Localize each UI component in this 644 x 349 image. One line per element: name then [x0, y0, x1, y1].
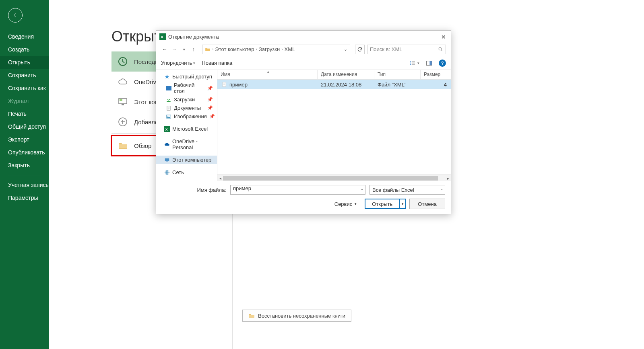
svg-rect-15: [429, 61, 431, 65]
tree-item-label: Рабочий стол: [174, 82, 205, 94]
folder-icon: [205, 47, 211, 52]
tree-item[interactable]: Быстрый доступ: [156, 72, 217, 81]
tree-item[interactable]: Рабочий стол📌: [156, 81, 217, 95]
cancel-button[interactable]: Отмена: [409, 199, 445, 209]
sidebar-item[interactable]: Опубликовать: [0, 146, 49, 159]
tree-item-label: Быстрый доступ: [172, 74, 212, 80]
tree-item-label: Сеть: [172, 169, 184, 175]
add-icon: [117, 116, 128, 127]
breadcrumb-item[interactable]: Этот компьютер: [215, 46, 254, 52]
nav-forward-button[interactable]: →: [171, 46, 178, 52]
sort-indicator-icon: ▴: [267, 70, 269, 74]
svg-rect-12: [412, 62, 415, 63]
refresh-button[interactable]: [355, 45, 365, 54]
sidebar-item[interactable]: Общий доступ: [0, 120, 49, 133]
scroll-thumb[interactable]: [223, 176, 438, 181]
breadcrumb-dropdown[interactable]: ⌄: [344, 47, 347, 52]
view-mode-button[interactable]: ▾: [409, 60, 419, 66]
col-name[interactable]: Имя▴: [217, 70, 318, 79]
file-row[interactable]: пример21.02.2024 18:08Файл "XML"4: [217, 80, 451, 89]
dialog-footer: Имя файла: пример ⌄ Все файлы Excel ⌄ Се…: [156, 181, 451, 213]
help-button[interactable]: ?: [439, 60, 446, 67]
tree-item[interactable]: Документы📌: [156, 104, 217, 112]
column-headers: Имя▴ Дата изменения Тип Размер: [217, 70, 451, 80]
sidebar-item[interactable]: Журнал: [0, 94, 49, 107]
breadcrumb-bar[interactable]: › Этот компьютер › Загрузки › XML ⌄: [202, 45, 350, 54]
sidebar-item[interactable]: Сохранить как: [0, 82, 49, 94]
tree-item[interactable]: Загрузки📌: [156, 95, 217, 104]
back-button[interactable]: [8, 8, 23, 23]
scroll-left-button[interactable]: ◂: [217, 175, 223, 181]
svg-rect-3: [120, 99, 122, 101]
svg-rect-10: [410, 64, 411, 65]
filename-label: Имя файла:: [162, 187, 226, 193]
open-dropdown[interactable]: ▾: [399, 199, 405, 208]
tree-item[interactable]: Этот компьютер: [156, 156, 217, 164]
sidebar-item[interactable]: Экспорт: [0, 133, 49, 146]
pin-icon: 📌: [207, 86, 213, 91]
chevron-right-icon: ›: [212, 47, 213, 51]
backstage-sidebar: СведенияСоздатьОткрытьСохранитьСохранить…: [0, 0, 49, 349]
organize-button[interactable]: Упорядочить▾: [161, 60, 195, 66]
tree-item[interactable]: Сеть: [156, 168, 217, 177]
chevron-down-icon: ⌄: [440, 187, 443, 191]
tree-item-label: Документы: [174, 105, 201, 111]
svg-text:X: X: [165, 127, 168, 131]
nav-recent-dropdown[interactable]: ▾: [180, 47, 188, 51]
sidebar-item[interactable]: Печать: [0, 107, 49, 120]
sidebar-item[interactable]: Открыть: [0, 56, 49, 69]
filename-dropdown[interactable]: ⌄: [360, 187, 363, 191]
location-label: Обзор: [134, 142, 151, 149]
breadcrumb-item[interactable]: XML: [285, 46, 295, 52]
svg-rect-25: [223, 82, 226, 87]
pin-icon: 📌: [207, 105, 213, 111]
tree-item-label: Изображения: [174, 113, 207, 119]
svg-rect-2: [122, 104, 124, 105]
scroll-right-button[interactable]: ▸: [445, 175, 451, 181]
recover-unsaved-button[interactable]: Восстановить несохраненные книги: [242, 310, 351, 322]
sidebar-item[interactable]: Учетная запись: [0, 179, 49, 191]
dialog-title-text: Открытие документа: [168, 34, 219, 40]
sidebar-item[interactable]: Сведения: [0, 30, 49, 43]
col-size[interactable]: Размер: [421, 70, 451, 79]
search-input[interactable]: Поиск в: XML: [367, 45, 446, 54]
folder-icon: [117, 140, 128, 151]
tree-item[interactable]: Изображения📌: [156, 112, 217, 121]
nav-up-button[interactable]: ↑: [190, 46, 197, 52]
recover-unsaved-label: Восстановить несохраненные книги: [258, 313, 345, 319]
sidebar-item[interactable]: Сохранить: [0, 69, 49, 82]
tree-item-label: Microsoft Excel: [172, 126, 208, 132]
tree-item[interactable]: XMicrosoft Excel: [156, 125, 217, 133]
preview-pane-button[interactable]: [426, 60, 432, 66]
pin-icon: 📌: [209, 114, 215, 119]
tree-item-label: Этот компьютер: [172, 157, 211, 163]
breadcrumb-item[interactable]: Загрузки: [259, 46, 280, 52]
sidebar-item[interactable]: Параметры: [0, 191, 49, 204]
search-icon: [438, 47, 443, 52]
tree-item-label: Загрузки: [174, 96, 195, 103]
cloud-icon: [117, 76, 128, 87]
open-file-dialog: X Открытие документа ✕ ← → ▾ ↑ › Этот ко…: [156, 30, 451, 214]
horizontal-scrollbar[interactable]: ◂ ▸: [217, 174, 451, 181]
pin-icon: 📌: [207, 97, 213, 102]
nav-back-button[interactable]: ←: [161, 46, 168, 52]
svg-point-19: [167, 115, 168, 116]
col-type[interactable]: Тип: [374, 70, 421, 79]
folder-icon: [248, 312, 255, 319]
dialog-close-button[interactable]: ✕: [440, 33, 448, 41]
recent-icon: [117, 56, 128, 67]
dialog-toolbar: Упорядочить▾ Новая папка ▾ ?: [156, 56, 451, 70]
excel-icon: X: [159, 33, 166, 40]
sidebar-item[interactable]: Создать: [0, 43, 49, 56]
tools-menu[interactable]: Сервис▾: [334, 201, 357, 207]
file-type-select[interactable]: Все файлы Excel ⌄: [369, 185, 445, 195]
sidebar-item[interactable]: Закрыть: [0, 159, 49, 172]
filename-input[interactable]: пример ⌄: [230, 185, 365, 195]
new-folder-button[interactable]: Новая папка: [202, 60, 232, 66]
tree-item[interactable]: OneDrive - Personal: [156, 137, 217, 152]
open-button[interactable]: Открыть ▾: [365, 199, 406, 209]
file-list-pane: Имя▴ Дата изменения Тип Размер пример21.…: [217, 70, 451, 181]
svg-rect-1: [119, 99, 127, 104]
svg-rect-8: [410, 61, 411, 62]
col-date[interactable]: Дата изменения: [318, 70, 374, 79]
